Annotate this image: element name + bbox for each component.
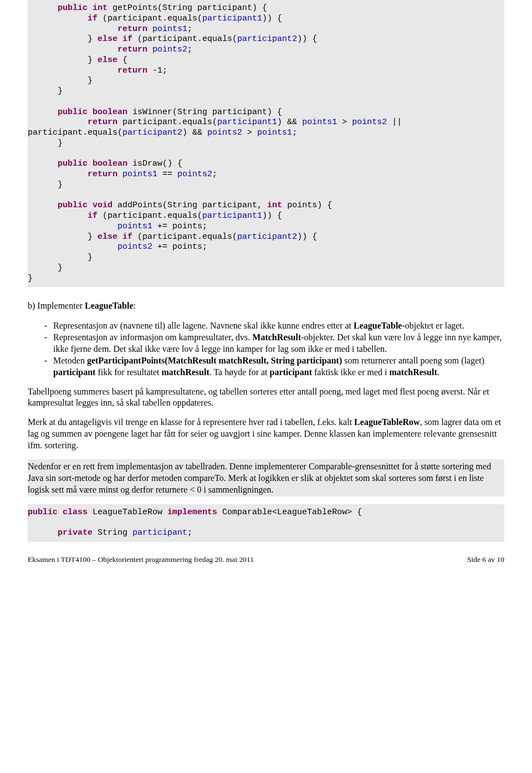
footer-right: Side 6 av 10 [467,555,504,564]
footer: Eksamen i TDT4100 – Objektorientert prog… [28,555,504,564]
bullet-2: Representasjon av informasjon om kampres… [44,331,504,355]
body-text: b) Implementer LeagueTable: Representasj… [28,300,504,451]
bullet-list: Representasjon av (navnene til) alle lag… [28,320,504,378]
gray-paragraph: Nedenfor er en rett frem implementasjon … [28,460,504,495]
footer-left: Eksamen i TDT4100 – Objektorientert prog… [28,555,254,564]
bullet-1: Representasjon av (navnene til) alle lag… [44,320,504,331]
section-b-intro: b) Implementer LeagueTable: [28,300,504,312]
code-block-1: public int getPoints(String participant)… [28,0,504,287]
gray-explanation: Nedenfor er en rett frem implementasjon … [28,459,504,496]
paragraph-2: Tabellpoeng summeres basert på kampresul… [28,386,504,409]
paragraph-3: Merk at du antageligvis vil trenge en kl… [28,417,504,451]
bullet-3: Metoden getParticipantPoints(MatchResult… [44,355,504,378]
code-block-2: public class LeagueTableRow implements C… [28,504,504,542]
